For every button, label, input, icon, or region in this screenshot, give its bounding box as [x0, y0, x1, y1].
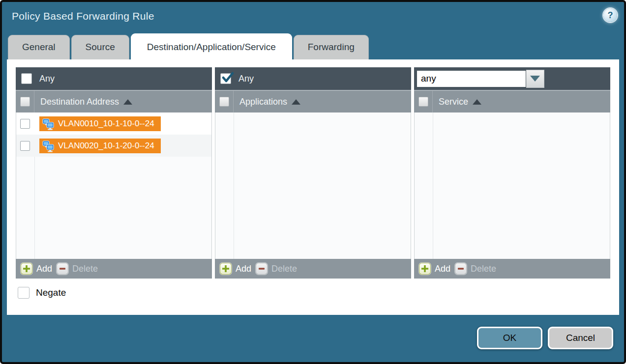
service-select-all-checkbox[interactable]: [418, 97, 428, 107]
service-column-header[interactable]: Service: [414, 90, 610, 112]
applications-add-button[interactable]: Add: [220, 263, 251, 275]
add-icon: [220, 263, 232, 275]
chevron-down-icon: [530, 76, 540, 82]
delete-icon: [455, 263, 467, 275]
network-icon: [42, 140, 55, 152]
service-add-button[interactable]: Add: [419, 263, 450, 275]
applications-list: [215, 112, 411, 259]
service-list: [414, 112, 610, 259]
destination-add-button[interactable]: Add: [21, 263, 52, 275]
applications-select-all-checkbox[interactable]: [219, 97, 229, 107]
service-dropdown-button[interactable]: [526, 70, 544, 88]
service-delete-button[interactable]: Delete: [455, 263, 496, 275]
service-combobox: any: [417, 70, 544, 88]
destination-any-checkbox[interactable]: [21, 73, 32, 84]
destination-delete-button[interactable]: Delete: [57, 263, 98, 275]
list-item[interactable]: VLAN0010_10-1-10-0--24: [16, 112, 211, 135]
add-icon: [21, 263, 32, 275]
destination-column-label: Destination Address: [40, 97, 119, 107]
delete-icon: [57, 263, 68, 275]
ok-button[interactable]: OK: [477, 327, 542, 349]
destination-footer: Add Delete: [16, 259, 212, 279]
applications-any-checkbox[interactable]: [220, 73, 231, 84]
help-icon[interactable]: ?: [603, 8, 617, 22]
applications-column-header[interactable]: Applications: [215, 90, 411, 112]
destination-row-checkbox[interactable]: [20, 119, 30, 129]
applications-any-label: Any: [238, 74, 254, 84]
list-item[interactable]: VLAN0020_10-1-20-0--24: [16, 135, 211, 157]
dialog-title: Policy Based Forwarding Rule: [12, 10, 154, 22]
applications-footer: Add Delete: [215, 259, 411, 279]
destination-address-panel: Any Destination Address: [16, 67, 212, 279]
service-dropdown-bar: any: [414, 67, 610, 90]
sort-asc-icon: [123, 99, 132, 105]
service-panel: any Service: [414, 67, 610, 279]
destination-any-bar: Any: [16, 67, 212, 90]
service-footer: Add Delete: [414, 259, 610, 279]
tab-general[interactable]: General: [8, 35, 70, 59]
cancel-button[interactable]: Cancel: [548, 327, 613, 349]
destination-column-header[interactable]: Destination Address: [16, 90, 212, 112]
destination-any-label: Any: [39, 74, 55, 84]
applications-delete-button[interactable]: Delete: [256, 263, 297, 275]
add-icon: [419, 263, 431, 275]
address-name: VLAN0020_10-1-20-0--24: [58, 141, 154, 151]
address-name: VLAN0010_10-1-10-0--24: [58, 119, 154, 129]
negate-label: Negate: [36, 287, 66, 298]
policy-forwarding-dialog: Policy Based Forwarding Rule ? General S…: [0, 0, 626, 364]
destination-list: VLAN0010_10-1-10-0--24: [16, 112, 212, 259]
negate-checkbox[interactable]: [18, 287, 30, 299]
applications-panel: Any Applications: [215, 67, 411, 279]
titlebar: Policy Based Forwarding Rule ?: [2, 2, 624, 30]
tab-forwarding[interactable]: Forwarding: [294, 35, 369, 59]
sort-asc-icon: [473, 99, 481, 105]
delete-icon: [256, 263, 268, 275]
applications-any-bar: Any: [215, 67, 411, 90]
sort-asc-icon: [292, 99, 300, 105]
tab-source[interactable]: Source: [71, 35, 129, 59]
network-icon: [42, 117, 55, 130]
destination-row-checkbox[interactable]: [20, 141, 30, 151]
address-chip[interactable]: VLAN0020_10-1-20-0--24: [39, 139, 161, 153]
negate-row: Negate: [18, 287, 610, 299]
service-column-label: Service: [439, 97, 468, 107]
address-chip[interactable]: VLAN0010_10-1-10-0--24: [39, 116, 161, 131]
applications-column-label: Applications: [239, 97, 287, 107]
destination-select-all-checkbox[interactable]: [20, 97, 30, 107]
tab-content: Any Destination Address: [7, 59, 619, 315]
tab-bar: General Source Destination/Application/S…: [2, 30, 624, 59]
dialog-footer: OK Cancel: [2, 315, 624, 362]
tab-destination-application-service[interactable]: Destination/Application/Service: [131, 33, 292, 59]
service-dropdown-value[interactable]: any: [417, 70, 526, 87]
